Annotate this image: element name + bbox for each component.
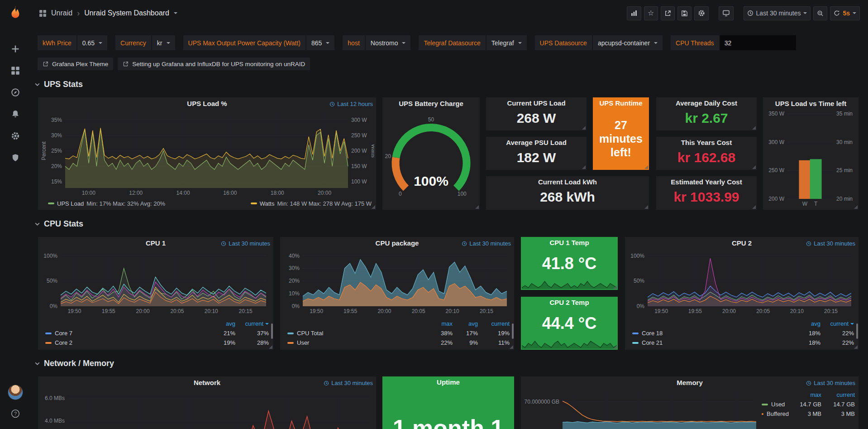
sidebar-item-alerting[interactable] (0, 103, 31, 125)
refresh-button[interactable]: 5s (830, 6, 860, 20)
legend-row[interactable]: Used 14.7 GB 14.7 GB (762, 400, 855, 409)
legend-item[interactable]: UPS Load Min: 17% Max: 32% Avg: 20% (48, 200, 251, 207)
grafana-logo[interactable] (0, 0, 31, 25)
sidebar-item-help[interactable]: ? (0, 403, 31, 424)
legend-col-header-sorted[interactable]: current (235, 320, 269, 327)
resize-handle[interactable] (269, 345, 272, 349)
cycle-view-mode-button[interactable] (719, 6, 734, 20)
sidebar-item-explore[interactable] (0, 82, 31, 103)
panel-title[interactable]: Average PSU Load (486, 137, 587, 148)
link-grafana-plex-theme[interactable]: Grafana Plex Theme (38, 58, 113, 70)
legend-col-header[interactable]: current (478, 320, 510, 327)
panel-title[interactable]: CPU 2 Temp (521, 297, 618, 308)
resize-handle[interactable] (644, 165, 648, 169)
legend-col-header[interactable]: current (821, 391, 855, 398)
resize-handle[interactable] (854, 205, 858, 209)
resize-handle[interactable] (854, 345, 858, 349)
panel-title[interactable]: Average Daily Cost (656, 97, 757, 108)
sidebar-item-create[interactable] (0, 38, 31, 60)
link-ups-monitoring-guide[interactable]: Setting up Grafana and InfluxDB for UPS … (118, 58, 310, 70)
legend-scrollbar[interactable] (271, 323, 273, 339)
variable-value-dropdown[interactable]: 865 (306, 35, 334, 50)
sidebar-item-configuration[interactable] (0, 125, 31, 147)
panel-title[interactable]: UPS Battery Charge (382, 97, 480, 110)
section-cpu-stats[interactable]: CPU Stats (34, 219, 83, 229)
legend-col-header[interactable]: avg (792, 320, 820, 327)
legend-scrollbar[interactable] (856, 323, 858, 339)
refresh-interval-label[interactable]: 5s (843, 10, 850, 17)
panel-time-override[interactable]: Last 12 hours (329, 101, 373, 107)
caret-down-icon[interactable] (174, 12, 177, 14)
legend-row[interactable]: Core 7 21% 37% (45, 328, 269, 338)
legend-row[interactable]: CPU Total 38% 17% 19% (287, 328, 510, 338)
section-network-memory[interactable]: Network / Memory (34, 359, 114, 368)
resize-handle[interactable] (475, 205, 479, 209)
panel-title[interactable]: CPU 1 Temp (521, 237, 618, 248)
ups-load-chart[interactable]: 15%20%25%30%35%100 W150 W200 W250 W300 W… (40, 110, 374, 197)
resize-handle[interactable] (613, 285, 617, 289)
caret-down-icon[interactable] (853, 12, 856, 14)
sidebar-item-dashboards[interactable] (0, 60, 31, 82)
panel-title[interactable]: This Years Cost (656, 137, 757, 148)
time-range-picker[interactable]: Last 30 minutes (744, 6, 811, 20)
panel-time-override[interactable]: Last 30 minutes (806, 240, 855, 247)
legend-col-header-sorted[interactable]: current (820, 320, 854, 327)
panel-time-override[interactable]: Last 30 minutes (221, 240, 270, 247)
legend-col-header[interactable]: max (427, 320, 453, 327)
variable-value-dropdown[interactable]: Telegraf (486, 35, 527, 50)
section-ups-stats[interactable]: UPS Stats (34, 80, 83, 89)
variable-value-dropdown[interactable]: Nostromo (366, 35, 411, 50)
resize-handle[interactable] (752, 126, 756, 130)
variable-value-dropdown[interactable]: 0.65 (77, 35, 107, 50)
resize-handle[interactable] (613, 345, 617, 349)
network-chart[interactable]: 2.0 MBs4.0 MBs6.0 MBs19:5019:5520:0020:0… (40, 389, 374, 429)
memory-chart[interactable]: 50.000000 GB60.000000 GB70.000000 GB19:5… (523, 389, 761, 429)
panel-title[interactable]: Current UPS Load (486, 97, 587, 108)
panel-time-override[interactable]: Last 30 minutes (806, 380, 855, 386)
resize-handle[interactable] (582, 165, 586, 169)
resize-handle[interactable] (752, 165, 756, 169)
legend-row[interactable]: Core 21 18% 22% (632, 338, 854, 347)
cpu-package-chart[interactable]: 0%10%20%30%40%19:5019:5520:0020:0520:102… (282, 250, 512, 315)
legend-col-header[interactable]: avg (207, 320, 235, 327)
legend-col-header[interactable]: max (789, 391, 821, 398)
legend-row[interactable]: Buffered 3 MB 3 MB (762, 409, 855, 419)
panel-time-override[interactable]: Last 30 minutes (324, 380, 373, 386)
resize-handle[interactable] (752, 205, 756, 209)
panel-title[interactable]: Estimated Yearly Cost (656, 176, 757, 187)
save-dashboard-button[interactable] (677, 6, 692, 20)
panel-title[interactable]: UPS Load vs Time left (763, 97, 858, 110)
variable-value-dropdown[interactable]: apcupsd-container (593, 35, 663, 50)
legend-item[interactable]: Watts Min: 148 W Max: 278 W Avg: 175 W (251, 200, 372, 207)
cpu2-chart[interactable]: 0%50%100%19:5019:5520:0020:0520:1020:15 (627, 250, 857, 315)
sidebar-item-server-admin[interactable] (0, 147, 31, 169)
panel-average-psu-load: Average PSU Load 182 W (486, 136, 587, 170)
legend-row[interactable]: User 22% 9% 11% (287, 338, 510, 347)
panel-title[interactable]: UPS Runtime (593, 97, 649, 108)
legend-col-header[interactable]: avg (453, 320, 478, 327)
resize-handle[interactable] (582, 126, 586, 130)
user-avatar[interactable] (8, 385, 23, 400)
share-dashboard-button[interactable] (661, 6, 675, 20)
panel-title[interactable]: Uptime (382, 376, 514, 387)
resize-handle[interactable] (372, 205, 375, 209)
variable-value-dropdown[interactable]: kr (152, 35, 175, 50)
panel-time-override[interactable]: Last 30 minutes (462, 240, 511, 247)
legend-scrollbar[interactable] (512, 323, 514, 339)
resize-handle[interactable] (644, 205, 648, 209)
star-dashboard-button[interactable]: ☆ (644, 6, 658, 20)
cpu-threads-input[interactable] (720, 35, 796, 50)
dashboard-title[interactable]: Unraid System Dashboard (84, 9, 169, 17)
legend-row[interactable]: Core 18 18% 22% (632, 328, 854, 338)
add-panel-button[interactable] (627, 6, 641, 20)
panel-estimated-yearly-cost: Estimated Yearly Cost kr 1033.99 (656, 176, 757, 210)
panel-title[interactable]: UPS Load % (38, 97, 376, 110)
panel-title[interactable]: Current Load kWh (486, 176, 649, 187)
ups-load-vs-time-chart[interactable]: 200 W250 W300 W350 W20 min25 min30 min35… (765, 110, 857, 208)
cpu1-chart[interactable]: 0%50%100%19:5019:5520:0020:0520:1020:15 (40, 250, 272, 315)
breadcrumb-folder[interactable]: Unraid (51, 9, 72, 17)
dashboard-settings-button[interactable] (694, 6, 709, 20)
legend-row[interactable]: Core 2 19% 28% (45, 338, 269, 347)
resize-handle[interactable] (510, 345, 513, 349)
zoom-out-button[interactable] (813, 6, 827, 20)
